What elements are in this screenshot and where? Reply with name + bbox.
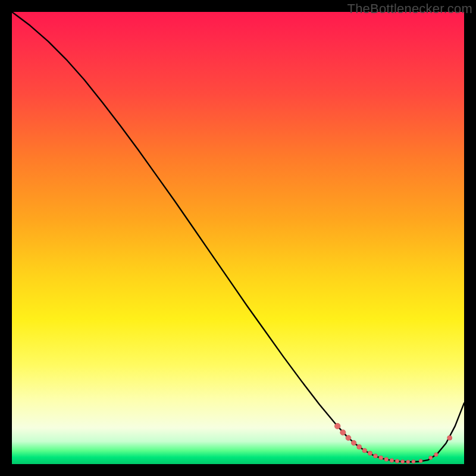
data-point-dot: [434, 453, 439, 457]
chart-frame: TheBottlenecker.com: [0, 0, 476, 476]
data-point-dot: [429, 456, 433, 459]
data-point-dot: [351, 440, 356, 445]
data-point-dot: [401, 460, 405, 464]
data-point-dot: [412, 460, 415, 464]
data-point-dot: [390, 459, 394, 463]
plot-area: [12, 12, 464, 464]
data-point-dot: [384, 458, 389, 462]
data-point-dot: [368, 451, 372, 455]
data-point-dot: [373, 454, 377, 458]
data-point-dot: [379, 456, 383, 460]
data-point-dot: [447, 436, 452, 440]
data-point-dot: [340, 430, 346, 435]
data-point-dot: [346, 436, 351, 441]
data-point-dot: [419, 459, 422, 463]
curve-layer: [12, 12, 464, 464]
watermark-text: TheBottlenecker.com: [347, 1, 472, 17]
data-point-dot: [362, 448, 367, 453]
bottleneck-curve: [12, 12, 464, 462]
data-point-dot: [357, 444, 362, 449]
data-point-dot: [334, 423, 340, 429]
data-point-dot: [395, 459, 399, 463]
data-point-dot: [406, 460, 410, 464]
